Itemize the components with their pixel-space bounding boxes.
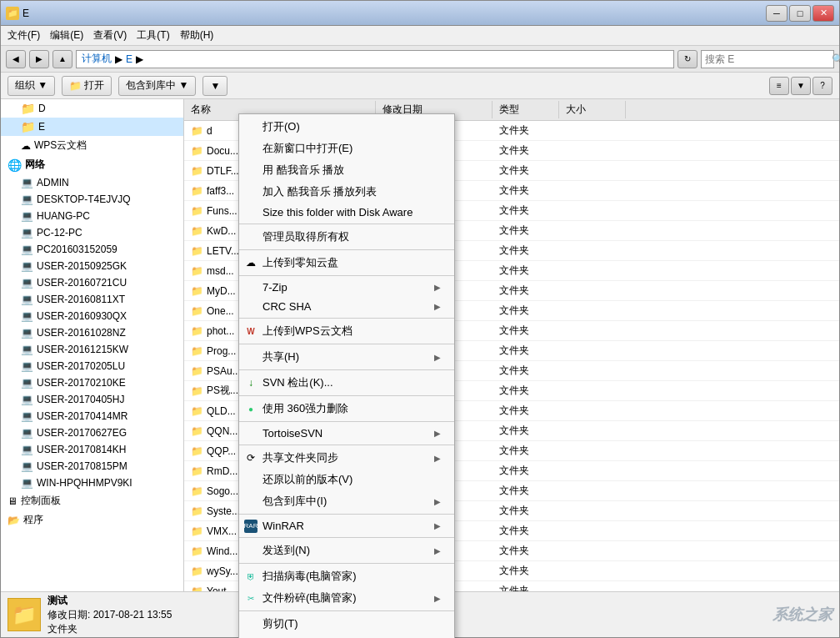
shred-icon: ✂: [244, 591, 258, 605]
sidebar-item-win-hpq[interactable]: 💻 WIN-HPQHHMPV9KI: [1, 475, 183, 491]
cm-svn-checkout[interactable]: ↓ SVN 检出(K)...: [239, 372, 454, 394]
cm-sep1: [239, 224, 454, 224]
cm-open-new-window[interactable]: 在新窗口中打开(E): [239, 138, 454, 159]
sidebar-item-user2016e[interactable]: 💻 USER-20161215KW: [1, 341, 183, 358]
close-button[interactable]: ✕: [812, 5, 834, 22]
folder-icon: 📁: [21, 102, 35, 115]
status-filename: 测试: [48, 594, 172, 608]
cm-share-folder-sync[interactable]: ⟳ 共享文件夹同步 ▶: [239, 447, 454, 469]
search-input[interactable]: [705, 53, 830, 65]
cm-tortoise-svn[interactable]: TortoiseSVN ▶: [239, 424, 454, 443]
sidebar-item-user2017d[interactable]: 💻 USER-20170414MR: [1, 408, 183, 424]
status-folder-icon: 📁: [8, 598, 41, 631]
sidebar-item-desktop-t4[interactable]: 💻 DESKTOP-T4EJVJQ: [1, 191, 183, 208]
submenu-arrow: ▶: [434, 353, 441, 362]
sidebar-item-pc12[interactable]: 💻 PC-12-PC: [1, 224, 183, 241]
sidebar-item-control-panel[interactable]: 🖥 控制面板: [1, 491, 183, 510]
cm-upload-wps[interactable]: W 上传到WPS云文档: [239, 320, 454, 342]
pc-icon: 💻: [21, 427, 33, 439]
cm-restore-previous[interactable]: 还原以前的版本(V): [239, 469, 454, 490]
search-box[interactable]: 🔍: [701, 50, 834, 68]
include-library-button[interactable]: 包含到库中 ▼: [118, 76, 196, 96]
pc-icon: 💻: [21, 360, 33, 372]
toolbar: 组织 ▼ 📁 打开 包含到库中 ▼ ▼ ≡ ▼ ?: [1, 73, 839, 99]
cm-360-delete[interactable]: ● 使用 360强力删除: [239, 398, 454, 419]
360-icon: ●: [244, 402, 258, 415]
sidebar-item-user2016c[interactable]: 💻 USER-20160930QX: [1, 308, 183, 324]
extra-button[interactable]: ▼: [202, 76, 228, 96]
sidebar-item-network[interactable]: 🌐 网络: [1, 155, 183, 174]
open-button[interactable]: 📁 打开: [62, 76, 112, 96]
path-drive[interactable]: E: [126, 53, 132, 65]
submenu-arrow: ▶: [434, 546, 441, 555]
sidebar: 📁 D 📁 E ☁ WPS云文档 🌐 网络 💻 ADMIN 💻 DESKT: [1, 99, 184, 591]
pc-icon: 💻: [21, 460, 33, 472]
cm-sep11: [239, 537, 454, 538]
cm-scan-virus[interactable]: ⛨ 扫描病毒(电脑管家): [239, 565, 454, 587]
cm-7zip[interactable]: 7-Zip ▶: [239, 278, 454, 297]
view-list-button[interactable]: ≡: [769, 77, 789, 95]
sidebar-item-user2017g[interactable]: 💻 USER-20170815PM: [1, 458, 183, 475]
cm-play-kuwo[interactable]: 用 酷我音乐 播放: [239, 159, 454, 181]
menu-edit[interactable]: 编辑(E): [50, 28, 83, 43]
back-button[interactable]: ◀: [6, 50, 26, 68]
cm-size-disk-aware[interactable]: Size this folder with Disk Aware: [239, 203, 454, 222]
menu-tools[interactable]: 工具(T): [137, 28, 169, 43]
sync-icon: ⟳: [244, 451, 258, 465]
sidebar-item-user2017e[interactable]: 💻 USER-20170627EG: [1, 424, 183, 441]
minimize-button[interactable]: ─: [766, 5, 788, 22]
view-extra-button[interactable]: ▼: [791, 77, 811, 95]
cm-cut[interactable]: 剪切(T): [239, 613, 454, 635]
organize-button[interactable]: 组织 ▼: [8, 76, 55, 96]
cm-sep9: [239, 445, 454, 445]
cm-winrar[interactable]: RAR WinRAR ▶: [239, 516, 454, 535]
cm-upload-cloud[interactable]: ☁ 上传到零知云盘: [239, 252, 454, 274]
help-button[interactable]: ?: [812, 77, 832, 95]
cm-sep2: [239, 249, 454, 250]
menu-help[interactable]: 帮助(H): [180, 28, 214, 43]
cm-include-library[interactable]: 包含到库中(I) ▶: [239, 490, 454, 512]
sidebar-item-admin[interactable]: 💻 ADMIN: [1, 174, 183, 191]
sidebar-item-user2016a[interactable]: 💻 USER-20160721CU: [1, 274, 183, 291]
header-type[interactable]: 类型: [492, 101, 559, 118]
sidebar-item-d[interactable]: 📁 D: [1, 99, 183, 118]
menu-view[interactable]: 查看(V): [93, 28, 127, 43]
pc-icon: 💻: [21, 377, 33, 389]
sidebar-item-user2017c[interactable]: 💻 USER-20170405HJ: [1, 391, 183, 408]
cm-shred-file[interactable]: ✂ 文件粉碎(电脑管家) ▶: [239, 587, 454, 609]
sidebar-item-e[interactable]: 📁 E: [1, 118, 183, 136]
sidebar-item-wps[interactable]: ☁ WPS云文档: [1, 136, 183, 155]
pc-icon: 💻: [21, 410, 33, 422]
scan-icon: ⛨: [244, 570, 258, 583]
forward-button[interactable]: ▶: [29, 50, 49, 68]
cm-share[interactable]: 共享(H) ▶: [239, 346, 454, 368]
cm-admin-rights[interactable]: 管理员取得所有权: [239, 226, 454, 248]
cm-crc-sha[interactable]: CRC SHA ▶: [239, 297, 454, 316]
cm-sep7: [239, 395, 454, 396]
sidebar-item-user2017f[interactable]: 💻 USER-20170814KH: [1, 441, 183, 458]
cm-sep4: [239, 318, 454, 319]
sidebar-item-user2017b[interactable]: 💻 USER-20170210KE: [1, 374, 183, 391]
sidebar-item-user2017a[interactable]: 💻 USER-20170205LU: [1, 358, 183, 374]
cm-sep13: [239, 610, 454, 611]
cm-open[interactable]: 打开(O): [239, 116, 454, 138]
pc-icon: 💻: [21, 277, 33, 289]
sidebar-item-user2016b[interactable]: 💻 USER-20160811XT: [1, 291, 183, 308]
sidebar-item-user2016d[interactable]: 💻 USER-20161028NZ: [1, 324, 183, 341]
up-button[interactable]: ▲: [52, 50, 72, 68]
submenu-arrow: ▶: [434, 497, 441, 506]
maximize-button[interactable]: □: [789, 5, 811, 22]
sidebar-item-user2015[interactable]: 💻 USER-20150925GK: [1, 258, 183, 274]
path-computer[interactable]: 计算机: [82, 52, 112, 66]
sidebar-item-programs[interactable]: 📂 程序: [1, 510, 183, 530]
header-size[interactable]: 大小: [559, 101, 626, 118]
refresh-button[interactable]: ↻: [678, 50, 698, 68]
sidebar-item-pc2016[interactable]: 💻 PC201603152059: [1, 241, 183, 258]
address-path[interactable]: 计算机 ▶ E ▶: [76, 50, 674, 68]
cm-copy[interactable]: 复制(C): [239, 635, 454, 638]
sidebar-item-huang-pc[interactable]: 💻 HUANG-PC: [1, 208, 183, 224]
menu-file[interactable]: 文件(F): [8, 28, 40, 43]
cm-add-kuwo-playlist[interactable]: 加入 酷我音乐 播放列表: [239, 181, 454, 203]
submenu-arrow: ▶: [434, 302, 441, 311]
cm-send-to[interactable]: 发送到(N) ▶: [239, 540, 454, 561]
